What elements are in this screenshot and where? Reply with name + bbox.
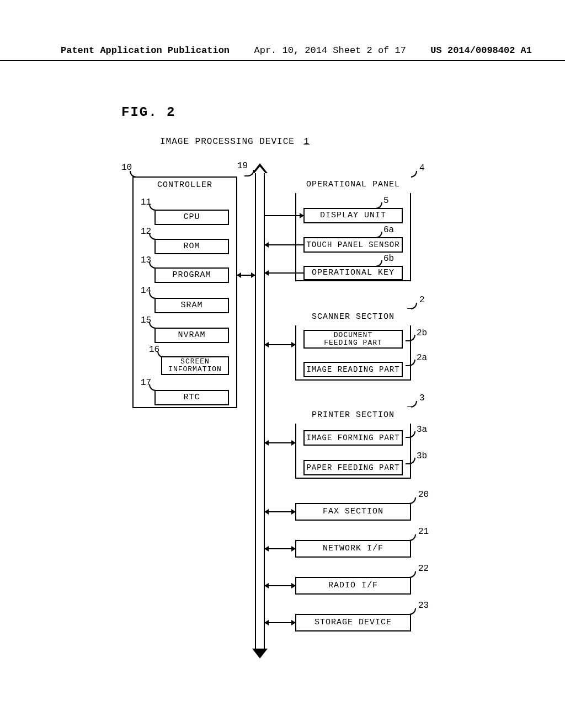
- leader-img-read: [406, 360, 415, 366]
- conn-net: [265, 548, 295, 549]
- ref-storage: 23: [418, 601, 429, 611]
- leader-img-form: [406, 431, 415, 438]
- program-block: PROGRAM: [154, 267, 229, 283]
- header-date-sheet: Apr. 10, 2014 Sheet 2 of 17: [254, 45, 406, 56]
- radio-if-block: RADIO I/F: [295, 577, 411, 595]
- ref-op-key: 6b: [383, 254, 394, 264]
- nvram-block: NVRAM: [154, 328, 229, 343]
- cpu-block: CPU: [154, 210, 229, 225]
- ref-paper-feed: 3b: [417, 451, 427, 461]
- printer-title: PRINTER SECTION: [295, 407, 411, 424]
- rom-block: ROM: [154, 239, 229, 254]
- doc-feed-block: DOCUMENT FEEDING PART: [303, 330, 403, 349]
- ref-scanner: 2: [419, 295, 425, 305]
- fax-block: FAX SECTION: [295, 503, 411, 521]
- paper-feed-block: PAPER FEEDING PART: [303, 460, 403, 475]
- screen-info-block: SCREEN INFORMATION: [161, 356, 229, 375]
- conn-opkey: [265, 272, 303, 274]
- ref-op-panel: 4: [419, 163, 425, 173]
- leader-paper-feed: [406, 458, 415, 464]
- ref-img-read: 2a: [417, 353, 427, 363]
- scanner-title: SCANNER SECTION: [295, 309, 411, 325]
- net-if-block: NETWORK I/F: [295, 540, 411, 558]
- storage-block: STORAGE DEVICE: [295, 614, 411, 631]
- conn-storage: [265, 622, 295, 623]
- ref-display-unit: 5: [383, 196, 389, 206]
- display-unit-block: DISPLAY UNIT: [303, 208, 403, 223]
- page-header: Patent Application Publication Apr. 10, …: [0, 45, 565, 61]
- ref-img-form: 3a: [417, 425, 427, 435]
- conn-fax: [265, 511, 295, 512]
- figure-label: FIG. 2: [121, 105, 175, 120]
- device-title-text: IMAGE PROCESSING DEVICE: [160, 137, 295, 147]
- conn-touch: [265, 244, 303, 245]
- ref-fax: 20: [418, 490, 429, 500]
- conn-radio: [265, 585, 295, 586]
- header-doc-number: US 2014/0098402 A1: [430, 45, 532, 56]
- conn-printer: [265, 442, 295, 443]
- ref-radio-if: 22: [418, 564, 429, 574]
- sram-block: SRAM: [154, 298, 229, 313]
- ref-doc-feed: 2b: [417, 328, 427, 338]
- block-diagram: 19 CONTROLLER 10 11 CPU 12 ROM 13 PROGRA…: [127, 171, 458, 662]
- img-form-block: IMAGE FORMING PART: [303, 430, 403, 446]
- rtc-block: RTC: [154, 390, 229, 405]
- conn-controller: [237, 275, 255, 276]
- ref-printer: 3: [419, 393, 425, 403]
- op-panel-title: OPERATIONAL PANEL: [295, 176, 411, 193]
- conn-display: [265, 215, 303, 216]
- leader-doc-feed: [406, 335, 415, 341]
- conn-scanner: [265, 344, 295, 345]
- system-bus: [255, 171, 265, 651]
- op-key-block: OPERATIONAL KEY: [303, 266, 403, 280]
- img-read-block: IMAGE READING PART: [303, 362, 403, 377]
- ref-touch-sensor: 6a: [383, 225, 394, 235]
- ref-net-if: 21: [418, 527, 429, 537]
- touch-sensor-block: TOUCH PANEL SENSOR: [303, 237, 403, 253]
- leader-controller: [130, 171, 140, 178]
- leader-bus: [244, 170, 254, 176]
- header-publication: Patent Application Publication: [61, 45, 230, 56]
- device-title: IMAGE PROCESSING DEVICE 1: [160, 137, 310, 147]
- device-ref-num: 1: [303, 137, 310, 147]
